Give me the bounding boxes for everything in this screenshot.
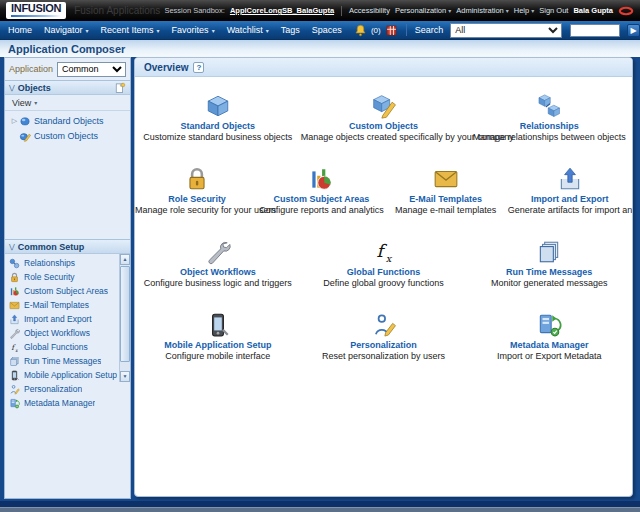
overview-tile-desc: Configure business logic and triggers: [135, 278, 301, 288]
objects-section-header[interactable]: ⋁ Objects: [5, 80, 130, 95]
chevron-down-icon: ▾: [266, 27, 269, 34]
overview-tile-title[interactable]: Relationships: [466, 121, 632, 131]
menubar-right: (0) Search All ▶: [354, 23, 640, 38]
overview-tile-title[interactable]: Personalization: [301, 340, 467, 350]
overview-tile-custom-objects[interactable]: Custom ObjectsManage objects created spe…: [301, 89, 467, 142]
mobile-icon: [9, 370, 20, 381]
view-menu-button[interactable]: View ▾: [5, 95, 130, 111]
overview-tile-title[interactable]: Import and Export: [508, 194, 632, 204]
overview-tile-desc: Import or Export Metadata: [466, 351, 632, 361]
search-input[interactable]: [570, 24, 620, 37]
overview-tile-custom-subject-areas[interactable]: Custom Subject AreasConfigure reports an…: [259, 162, 383, 215]
search-scope-select[interactable]: All: [450, 23, 562, 38]
menubar-item-spaces[interactable]: Spaces: [312, 25, 342, 35]
overview-tile-title[interactable]: Custom Objects: [301, 121, 467, 131]
overview-tile-title[interactable]: Run Time Messages: [466, 267, 632, 277]
chevron-down-icon: ▾: [157, 27, 160, 34]
topbar-link-label: Accessibility: [349, 6, 390, 15]
menubar-item-recent-items[interactable]: Recent Items▾: [101, 25, 160, 35]
overview-tile-role-security[interactable]: Role SecurityManage role security for yo…: [135, 162, 259, 215]
topbar-link-accessibility[interactable]: Accessibility: [349, 6, 390, 15]
menubar-item-favorites[interactable]: Favorites▾: [172, 25, 215, 35]
overview-tile-title[interactable]: Mobile Application Setup: [135, 340, 301, 350]
scrollbar-thumb[interactable]: [120, 266, 130, 362]
sidebar-item-mobile-application-setup[interactable]: Mobile Application Setup: [5, 368, 118, 382]
sidebar-item-label: Metadata Manager: [24, 398, 95, 408]
overview-tile-e-mail-templates[interactable]: E-Mail TemplatesManage e-mail templates: [384, 162, 508, 215]
overview-tile-title[interactable]: Metadata Manager: [466, 340, 632, 350]
application-select[interactable]: Common: [57, 62, 126, 77]
sidebar-item-relationships[interactable]: Relationships: [5, 256, 118, 270]
overview-tile-title[interactable]: Custom Subject Areas: [259, 194, 383, 204]
search-go-button[interactable]: ▶: [627, 24, 640, 37]
menubar-item-home[interactable]: Home: [8, 25, 32, 35]
help-icon[interactable]: ?: [193, 62, 204, 73]
overview-tile-metadata-manager[interactable]: Metadata ManagerImport or Export Metadat…: [466, 308, 632, 361]
tree-item-label: Custom Objects: [34, 131, 98, 141]
app-logo: INFUSION: [6, 2, 66, 19]
overview-tile-global-functions[interactable]: fxGlobal FunctionsDefine global groovy f…: [301, 235, 467, 288]
menubar-item-label: Home: [8, 25, 32, 35]
fx-icon: fx: [9, 342, 20, 353]
menubar-item-label: Navigator: [44, 25, 83, 35]
tree-item-custom-objects[interactable]: Custom Objects: [5, 128, 130, 143]
menubar-item-label: Watchlist: [227, 25, 263, 35]
common-setup-section-header[interactable]: ⋁ Common Setup: [5, 239, 130, 254]
divider: [406, 24, 407, 36]
calendar-grid-icon[interactable]: [385, 24, 398, 37]
topbar-link-administration[interactable]: Administration▾: [456, 6, 509, 15]
overview-tile-title[interactable]: Global Functions: [301, 267, 467, 277]
overview-tile-title[interactable]: Object Workflows: [135, 267, 301, 277]
overview-tile-import-and-export[interactable]: Import and ExportGenerate artifacts for …: [508, 162, 632, 215]
overview-tile-object-workflows[interactable]: Object WorkflowsConfigure business logic…: [135, 235, 301, 288]
menubar-items: HomeNavigator▾Recent Items▾Favorites▾Wat…: [8, 25, 354, 35]
session-sandbox-link[interactable]: ApplCoreLongSB_BalaGupta: [230, 6, 334, 15]
scroll-up-button[interactable]: ▲: [120, 254, 130, 265]
overview-tile-title[interactable]: Standard Objects: [135, 121, 301, 131]
new-object-icon[interactable]: [114, 82, 126, 94]
sidebar-spacer: [5, 143, 130, 239]
collapse-icon[interactable]: ⋁: [9, 243, 15, 250]
vertical-scrollbar[interactable]: ▲ ▼: [119, 254, 130, 382]
overview-tile-personalization[interactable]: PersonalizationReset personalization by …: [301, 308, 467, 361]
overview-tile-desc: Define global groovy functions: [301, 278, 467, 288]
user-name: Bala Gupta: [573, 6, 613, 15]
expand-arrow-icon[interactable]: ▷: [10, 117, 19, 125]
sidebar-item-object-workflows[interactable]: Object Workflows: [5, 326, 118, 340]
overview-tile-relationships[interactable]: RelationshipsManage relationships betwee…: [466, 89, 632, 142]
overview-tile-desc: Monitor generated messages: [466, 278, 632, 288]
notifications-bell-icon[interactable]: [354, 24, 367, 37]
overview-tile-run-time-messages[interactable]: Run Time MessagesMonitor generated messa…: [466, 235, 632, 288]
overview-tile-title[interactable]: E-Mail Templates: [384, 194, 508, 204]
overview-tile-desc: Manage e-mail templates: [384, 205, 508, 215]
mobile-icon: [135, 308, 301, 338]
menubar-item-navigator[interactable]: Navigator▾: [44, 25, 89, 35]
topbar-link-personalization[interactable]: Personalization▾: [395, 6, 451, 15]
overview-tile-mobile-application-setup[interactable]: Mobile Application SetupConfigure mobile…: [135, 308, 301, 361]
topbar-link-help[interactable]: Help▾: [514, 6, 534, 15]
sidebar-item-global-functions[interactable]: fxGlobal Functions: [5, 340, 118, 354]
lock-icon: [135, 162, 259, 192]
sidebar-item-label: Relationships: [24, 258, 75, 268]
window-bottom-edge: [0, 507, 640, 512]
tree-item-standard-objects[interactable]: ▷Standard Objects: [5, 113, 130, 128]
sidebar-item-role-security[interactable]: Role Security: [5, 270, 118, 284]
menubar-item-tags[interactable]: Tags: [281, 25, 300, 35]
sidebar-item-metadata-manager[interactable]: Metadata Manager: [5, 396, 118, 410]
overview-tile-title[interactable]: Role Security: [135, 194, 259, 204]
scroll-down-button[interactable]: ▼: [120, 371, 130, 382]
collapse-icon[interactable]: ⋁: [9, 84, 15, 91]
overview-tile-standard-objects[interactable]: Standard ObjectsCustomize standard busin…: [135, 89, 301, 142]
sidebar-item-import-and-export[interactable]: Import and Export: [5, 312, 118, 326]
overview-tile-desc: Manage relationships between objects: [466, 132, 632, 142]
sidebar-item-custom-subject-areas[interactable]: Custom Subject Areas: [5, 284, 118, 298]
menubar-item-watchlist[interactable]: Watchlist▾: [227, 25, 269, 35]
topbar-link-sign-out[interactable]: Sign Out: [539, 6, 568, 15]
sidebar-item-personalization[interactable]: Personalization: [5, 382, 118, 396]
sphere-icon: [19, 115, 31, 127]
global-header: INFUSION Fusion Applications Session San…: [0, 0, 640, 21]
overview-tile-desc: Reset personalization by users: [301, 351, 467, 361]
sidebar-item-run-time-messages[interactable]: Run Time Messages: [5, 354, 118, 368]
topbar-link-label: Administration: [456, 6, 504, 15]
sidebar-item-e-mail-templates[interactable]: E-Mail Templates: [5, 298, 118, 312]
